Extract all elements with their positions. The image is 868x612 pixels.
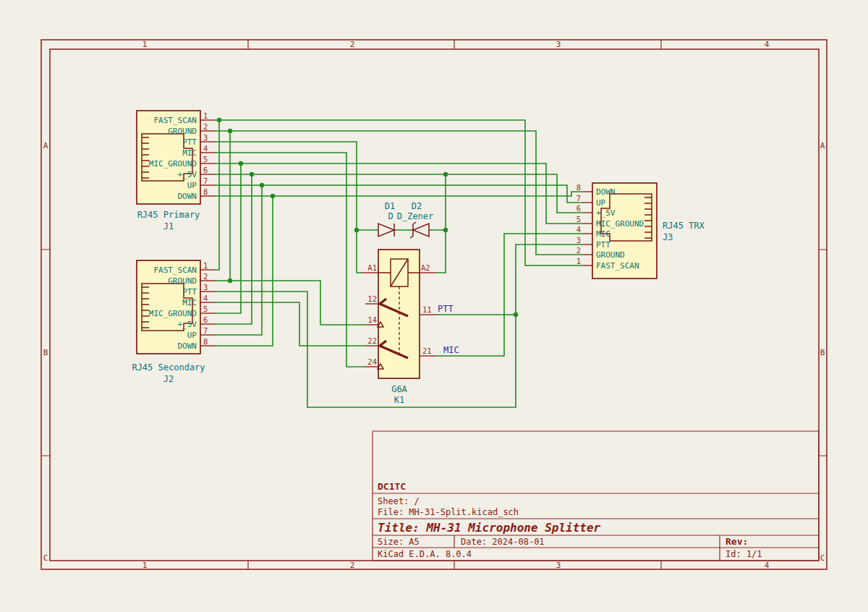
pin-number: 3 bbox=[203, 133, 208, 142]
pin-name: UP bbox=[596, 198, 606, 208]
grid-row-label: A bbox=[43, 141, 48, 150]
pin-name: GROUND bbox=[596, 250, 625, 260]
pin-name: MIC_GROUND bbox=[149, 159, 197, 169]
pin-name: DOWN bbox=[178, 192, 197, 201]
wire-ground bbox=[214, 131, 583, 255]
wire-down-j2 bbox=[214, 196, 273, 346]
j1-value-label[interactable]: RJ45 Primary bbox=[137, 210, 200, 220]
pin-name: UP bbox=[187, 331, 197, 340]
net-label-mic[interactable]: MIC bbox=[443, 345, 459, 355]
pin-name: +_5V bbox=[596, 208, 616, 218]
wire-down bbox=[214, 192, 583, 196]
pin-number: 11 bbox=[422, 305, 432, 314]
diode-symbol bbox=[378, 224, 394, 237]
wire-up bbox=[214, 185, 583, 203]
grid-col-label: 1 bbox=[142, 40, 148, 49]
pin-number: 6 bbox=[203, 315, 208, 324]
wire-up-j2 bbox=[214, 185, 262, 335]
pin-name: PTT bbox=[596, 240, 610, 250]
titleblock-file: File: MH-31-Split.kicad_sch bbox=[378, 507, 519, 517]
k1-ref-label[interactable]: K1 bbox=[394, 395, 404, 405]
grid-col-label: 1 bbox=[142, 561, 148, 570]
pin-name: DOWN bbox=[178, 341, 197, 351]
pin-name: MIC bbox=[596, 229, 610, 239]
titleblock-rev: Rev: bbox=[726, 536, 748, 547]
wire-5v bbox=[214, 174, 583, 213]
wire-mic-trx bbox=[436, 234, 583, 356]
zener-diode-symbol bbox=[410, 222, 429, 238]
pin-number: 5 bbox=[203, 305, 208, 313]
pin-name: MIC bbox=[182, 148, 197, 158]
pin-number: 1 bbox=[576, 257, 581, 265]
titleblock-size: Size: A5 bbox=[378, 537, 420, 547]
wire-5v-coil-tap bbox=[436, 174, 446, 273]
wire-fast-scan-j2 bbox=[214, 120, 219, 270]
pin-name: FAST_SCAN bbox=[153, 265, 197, 275]
net-label-ptt[interactable]: PTT bbox=[438, 304, 454, 314]
pin-number: 6 bbox=[576, 204, 581, 213]
j2-ref-label[interactable]: J2 bbox=[163, 374, 174, 384]
pin-number: 8 bbox=[576, 183, 581, 192]
pin-number: 2 bbox=[576, 246, 581, 255]
grid-row-label: B bbox=[43, 348, 48, 357]
pin-number: 12 bbox=[367, 294, 377, 303]
j2-value-label[interactable]: RJ45 Secondary bbox=[132, 362, 205, 373]
j3-value-label[interactable]: RJ45 TRX bbox=[663, 221, 705, 231]
titleblock-title: Title: MH-31 Microphone Splitter bbox=[378, 521, 601, 535]
pin-name: PTT bbox=[182, 287, 197, 297]
pin-number: 5 bbox=[576, 215, 581, 224]
pin-number: 7 bbox=[203, 326, 208, 335]
grid-row-label: A bbox=[820, 141, 825, 150]
titleblock-tool: KiCad E.D.A. 8.0.4 bbox=[378, 549, 472, 559]
grid-col-label: 3 bbox=[556, 561, 561, 570]
pin-name: DOWN bbox=[596, 187, 616, 197]
component-d2[interactable]: D2 D_Zener bbox=[397, 201, 434, 238]
grid-row-label: C bbox=[43, 553, 48, 563]
component-k1[interactable]: A1 A2 12 14 22 24 11 21 G6A K1 bbox=[362, 250, 436, 405]
component-d1[interactable]: D1 D bbox=[378, 201, 395, 237]
grid-col-label: 3 bbox=[556, 40, 561, 49]
d1-value-label[interactable]: D bbox=[388, 211, 393, 221]
j3-ref-label[interactable]: J3 bbox=[663, 232, 673, 242]
titleblock-date: Date: 2024-08-01 bbox=[461, 537, 545, 547]
pin-number: 1 bbox=[203, 261, 208, 270]
d1-ref-label[interactable]: D1 bbox=[385, 201, 395, 211]
grid-row-label: B bbox=[820, 348, 825, 357]
component-j3[interactable]: 8 7 6 5 4 3 2 1 DOWN UP +_5V MIC_GROUND … bbox=[576, 183, 705, 279]
pin-number: 4 bbox=[203, 294, 208, 302]
pin-number: 14 bbox=[367, 315, 377, 324]
grid-col-label: 2 bbox=[350, 40, 355, 49]
pin-name: FAST_SCAN bbox=[596, 261, 639, 271]
wire-ptt-secondary bbox=[214, 292, 516, 407]
pin-name: GROUND bbox=[168, 276, 197, 286]
pin-name: FAST_SCAN bbox=[153, 116, 197, 125]
pin-name: +_5V bbox=[178, 170, 197, 179]
pin-number: 4 bbox=[576, 225, 581, 234]
pin-number: 21 bbox=[422, 347, 432, 355]
grid-col-label: 4 bbox=[765, 561, 770, 570]
component-j1[interactable]: 1 2 3 4 5 6 7 8 FAST_SCAN GROUND PTT MIC… bbox=[137, 111, 215, 231]
pin-number: 7 bbox=[203, 177, 208, 185]
titleblock-sheet: Sheet: / bbox=[378, 496, 420, 506]
pin-number: 3 bbox=[203, 283, 208, 292]
k1-value-label[interactable]: G6A bbox=[391, 384, 407, 394]
pin-number: 1 bbox=[203, 111, 208, 120]
pin-number: 24 bbox=[367, 357, 377, 366]
pin-number: 3 bbox=[576, 236, 581, 245]
component-j2[interactable]: 1 2 3 4 5 6 7 8 FAST_SCAN GROUND PTT MIC… bbox=[132, 260, 215, 384]
pin-number: 2 bbox=[203, 122, 208, 131]
grid-col-label: 4 bbox=[765, 40, 770, 49]
d2-ref-label[interactable]: D2 bbox=[412, 201, 422, 211]
wire-ground-j2 bbox=[214, 131, 365, 325]
pin-name: MIC bbox=[182, 298, 197, 307]
pin-number: 22 bbox=[367, 336, 377, 345]
pin-name: UP bbox=[187, 181, 197, 190]
pin-number: 8 bbox=[203, 187, 208, 196]
d2-value-label[interactable]: D_Zener bbox=[397, 211, 434, 221]
schematic-canvas: 1 2 3 4 1 2 3 4 A B C A B C bbox=[0, 0, 868, 612]
titleblock-company: DC1TC bbox=[378, 481, 406, 492]
wire-ptt-primary bbox=[214, 142, 362, 273]
wire-mic-ground-j2 bbox=[214, 163, 241, 313]
j1-ref-label[interactable]: J1 bbox=[163, 221, 174, 231]
pin-number: 4 bbox=[203, 144, 208, 153]
